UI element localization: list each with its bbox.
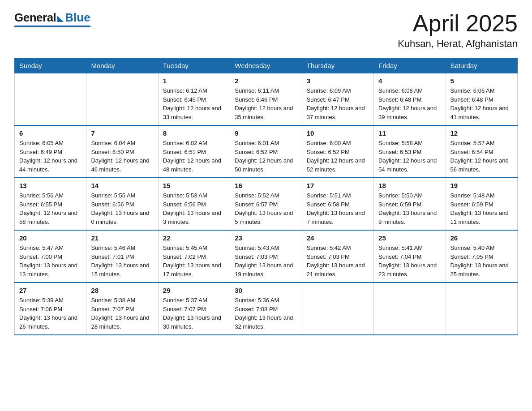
day-cell: 22Sunrise: 5:45 AMSunset: 7:02 PMDayligh… xyxy=(158,230,230,283)
day-cell xyxy=(86,73,158,126)
day-number: 15 xyxy=(163,182,225,189)
day-info: Sunrise: 6:05 AMSunset: 6:49 PMDaylight:… xyxy=(19,140,77,173)
day-cell: 19Sunrise: 5:48 AMSunset: 6:59 PMDayligh… xyxy=(446,178,517,230)
day-info: Sunrise: 5:52 AMSunset: 6:57 PMDaylight:… xyxy=(235,192,293,225)
day-cell: 28Sunrise: 5:38 AMSunset: 7:07 PMDayligh… xyxy=(86,283,158,335)
day-info: Sunrise: 6:06 AMSunset: 6:48 PMDaylight:… xyxy=(450,87,509,120)
week-row-4: 20Sunrise: 5:47 AMSunset: 7:00 PMDayligh… xyxy=(15,230,518,283)
day-info: Sunrise: 6:04 AMSunset: 6:50 PMDaylight:… xyxy=(91,140,149,173)
day-cell: 11Sunrise: 5:58 AMSunset: 6:53 PMDayligh… xyxy=(374,125,446,178)
day-cell: 29Sunrise: 5:37 AMSunset: 7:07 PMDayligh… xyxy=(158,283,230,335)
day-number: 14 xyxy=(91,182,153,189)
day-cell: 20Sunrise: 5:47 AMSunset: 7:00 PMDayligh… xyxy=(15,230,86,283)
day-number: 3 xyxy=(307,77,369,85)
day-number: 29 xyxy=(163,287,225,294)
column-header-wednesday: Wednesday xyxy=(230,58,302,73)
day-info: Sunrise: 6:09 AMSunset: 6:47 PMDaylight:… xyxy=(307,87,365,120)
day-cell: 24Sunrise: 5:42 AMSunset: 7:03 PMDayligh… xyxy=(302,230,373,283)
day-info: Sunrise: 5:58 AMSunset: 6:53 PMDaylight:… xyxy=(378,140,437,173)
column-header-monday: Monday xyxy=(86,58,158,73)
title-location: Kuhsan, Herat, Afghanistan xyxy=(398,38,518,50)
day-cell: 16Sunrise: 5:52 AMSunset: 6:57 PMDayligh… xyxy=(230,178,302,230)
day-number: 17 xyxy=(307,182,369,189)
day-number: 18 xyxy=(378,182,441,189)
day-number: 7 xyxy=(91,129,153,137)
day-number: 21 xyxy=(91,234,153,242)
header-row: SundayMondayTuesdayWednesdayThursdayFrid… xyxy=(15,58,518,73)
title-month-year: April 2025 xyxy=(398,11,518,36)
day-info: Sunrise: 5:50 AMSunset: 6:59 PMDaylight:… xyxy=(378,192,437,225)
day-number: 6 xyxy=(19,129,82,137)
column-header-thursday: Thursday xyxy=(302,58,373,73)
day-info: Sunrise: 6:00 AMSunset: 6:52 PMDaylight:… xyxy=(307,140,365,173)
day-cell xyxy=(446,283,517,335)
day-number: 19 xyxy=(450,182,513,189)
day-number: 10 xyxy=(307,129,369,137)
day-info: Sunrise: 5:51 AMSunset: 6:58 PMDaylight:… xyxy=(307,192,365,225)
day-number: 4 xyxy=(378,77,441,85)
day-info: Sunrise: 5:37 AMSunset: 7:07 PMDaylight:… xyxy=(163,297,221,330)
day-cell: 18Sunrise: 5:50 AMSunset: 6:59 PMDayligh… xyxy=(374,178,446,230)
logo: General Blue xyxy=(14,11,90,26)
column-header-sunday: Sunday xyxy=(15,58,86,73)
day-info: Sunrise: 5:53 AMSunset: 6:56 PMDaylight:… xyxy=(163,192,221,225)
day-cell: 23Sunrise: 5:43 AMSunset: 7:03 PMDayligh… xyxy=(230,230,302,283)
day-cell: 5Sunrise: 6:06 AMSunset: 6:48 PMDaylight… xyxy=(446,73,517,126)
day-info: Sunrise: 5:46 AMSunset: 7:01 PMDaylight:… xyxy=(91,244,149,278)
day-info: Sunrise: 6:08 AMSunset: 6:48 PMDaylight:… xyxy=(378,87,437,120)
column-header-tuesday: Tuesday xyxy=(158,58,230,73)
day-info: Sunrise: 5:48 AMSunset: 6:59 PMDaylight:… xyxy=(450,192,509,225)
day-number: 11 xyxy=(378,129,441,137)
day-cell: 27Sunrise: 5:39 AMSunset: 7:06 PMDayligh… xyxy=(15,283,86,335)
week-row-1: 1Sunrise: 6:12 AMSunset: 6:45 PMDaylight… xyxy=(15,73,518,126)
logo-arrow-icon xyxy=(57,16,64,22)
page-header: General Blue April 2025 Kuhsan, Herat, A… xyxy=(14,11,518,50)
day-info: Sunrise: 5:43 AMSunset: 7:03 PMDaylight:… xyxy=(235,244,293,278)
day-info: Sunrise: 6:02 AMSunset: 6:51 PMDaylight:… xyxy=(163,140,221,173)
logo-blue-text: Blue xyxy=(65,11,90,25)
day-cell: 9Sunrise: 6:01 AMSunset: 6:52 PMDaylight… xyxy=(230,125,302,178)
day-number: 22 xyxy=(163,234,225,242)
day-cell xyxy=(374,283,446,335)
day-info: Sunrise: 5:55 AMSunset: 6:56 PMDaylight:… xyxy=(91,192,149,225)
column-header-saturday: Saturday xyxy=(446,58,517,73)
day-number: 5 xyxy=(450,77,513,85)
day-info: Sunrise: 5:45 AMSunset: 7:02 PMDaylight:… xyxy=(163,244,221,278)
day-info: Sunrise: 5:38 AMSunset: 7:07 PMDaylight:… xyxy=(91,297,149,330)
day-cell xyxy=(15,73,86,126)
day-number: 24 xyxy=(307,234,369,242)
day-cell xyxy=(302,283,373,335)
day-info: Sunrise: 6:11 AMSunset: 6:46 PMDaylight:… xyxy=(235,87,293,120)
day-cell: 25Sunrise: 5:41 AMSunset: 7:04 PMDayligh… xyxy=(374,230,446,283)
day-cell: 4Sunrise: 6:08 AMSunset: 6:48 PMDaylight… xyxy=(374,73,446,126)
day-number: 28 xyxy=(91,287,153,294)
day-number: 20 xyxy=(19,234,82,242)
day-info: Sunrise: 5:57 AMSunset: 6:54 PMDaylight:… xyxy=(450,140,509,173)
day-info: Sunrise: 5:40 AMSunset: 7:05 PMDaylight:… xyxy=(450,244,509,278)
day-cell: 3Sunrise: 6:09 AMSunset: 6:47 PMDaylight… xyxy=(302,73,373,126)
day-cell: 21Sunrise: 5:46 AMSunset: 7:01 PMDayligh… xyxy=(86,230,158,283)
week-row-5: 27Sunrise: 5:39 AMSunset: 7:06 PMDayligh… xyxy=(15,283,518,335)
day-number: 30 xyxy=(235,287,297,294)
day-info: Sunrise: 5:39 AMSunset: 7:06 PMDaylight:… xyxy=(19,297,77,330)
day-number: 16 xyxy=(235,182,297,189)
day-number: 25 xyxy=(378,234,441,242)
day-cell: 10Sunrise: 6:00 AMSunset: 6:52 PMDayligh… xyxy=(302,125,373,178)
day-info: Sunrise: 5:56 AMSunset: 6:55 PMDaylight:… xyxy=(19,192,77,225)
day-info: Sunrise: 5:36 AMSunset: 7:08 PMDaylight:… xyxy=(235,297,293,330)
day-cell: 7Sunrise: 6:04 AMSunset: 6:50 PMDaylight… xyxy=(86,125,158,178)
day-cell: 14Sunrise: 5:55 AMSunset: 6:56 PMDayligh… xyxy=(86,178,158,230)
logo-general-text: General xyxy=(14,11,56,25)
week-row-3: 13Sunrise: 5:56 AMSunset: 6:55 PMDayligh… xyxy=(15,178,518,230)
day-info: Sunrise: 5:42 AMSunset: 7:03 PMDaylight:… xyxy=(307,244,365,278)
day-cell: 13Sunrise: 5:56 AMSunset: 6:55 PMDayligh… xyxy=(15,178,86,230)
day-number: 8 xyxy=(163,129,225,137)
day-cell: 15Sunrise: 5:53 AMSunset: 6:56 PMDayligh… xyxy=(158,178,230,230)
column-header-friday: Friday xyxy=(374,58,446,73)
day-cell: 6Sunrise: 6:05 AMSunset: 6:49 PMDaylight… xyxy=(15,125,86,178)
day-cell: 2Sunrise: 6:11 AMSunset: 6:46 PMDaylight… xyxy=(230,73,302,126)
day-info: Sunrise: 6:01 AMSunset: 6:52 PMDaylight:… xyxy=(235,140,293,173)
day-number: 9 xyxy=(235,129,297,137)
day-number: 26 xyxy=(450,234,513,242)
day-cell: 30Sunrise: 5:36 AMSunset: 7:08 PMDayligh… xyxy=(230,283,302,335)
